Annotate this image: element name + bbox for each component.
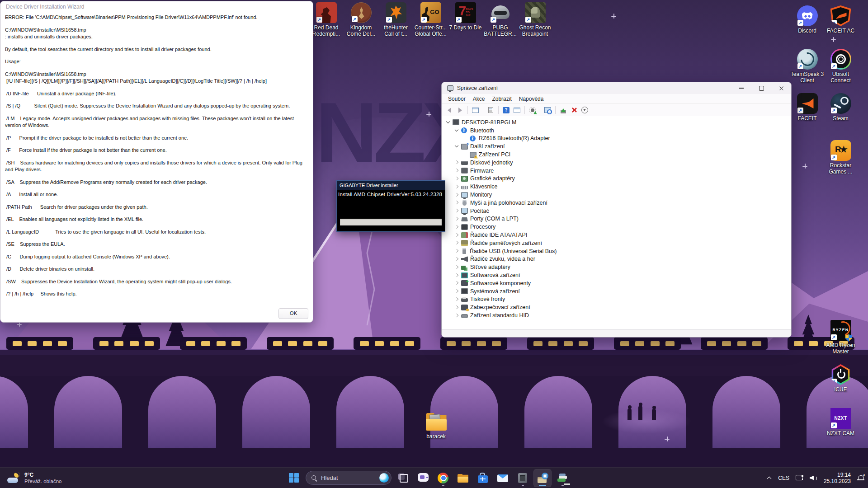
tree-chevron-icon[interactable]: [453, 183, 460, 190]
tree-item[interactable]: Tiskové fronty: [442, 296, 791, 304]
ok-button[interactable]: OK: [278, 308, 308, 319]
tree-chevron-icon[interactable]: [453, 207, 460, 215]
tree-chevron-icon[interactable]: [453, 248, 460, 255]
desktop-icon-faceit-ac[interactable]: FACEIT AC: [824, 5, 858, 34]
tree-chevron-icon[interactable]: [453, 143, 460, 150]
desktop-icon-baracek-folder[interactable]: baracek: [419, 411, 453, 440]
tree-chevron-icon[interactable]: [453, 159, 460, 166]
menu-item[interactable]: Soubor: [444, 96, 469, 102]
desktop-icon-discord[interactable]: Discord: [790, 5, 824, 34]
tree-item[interactable]: Síťové adaptéry: [442, 263, 791, 271]
tree-chevron-icon[interactable]: [453, 296, 460, 303]
forward-button[interactable]: [455, 105, 465, 115]
clock[interactable]: 19:14 25.10.2023: [824, 472, 851, 484]
console-tree-button[interactable]: [471, 105, 480, 115]
input-language-indicator[interactable]: CES: [778, 475, 789, 481]
taskbar-chat-button[interactable]: [414, 469, 432, 487]
desktop-icon-steam[interactable]: Steam: [824, 93, 858, 122]
update-driver-button[interactable]: [558, 105, 568, 115]
tree-chevron-icon[interactable]: [453, 127, 460, 134]
desktop-icon-counter-strike[interactable]: Counter-Str...Global Offe...: [413, 2, 448, 37]
tree-chevron-icon[interactable]: [453, 288, 460, 295]
scan-hardware-changes-button[interactable]: [528, 105, 537, 115]
weather-widget[interactable]: 9°C Převáž. oblačno: [5, 468, 64, 488]
help-button[interactable]: ?: [501, 105, 511, 115]
back-button[interactable]: [444, 105, 454, 115]
taskbar-mail-button[interactable]: [494, 469, 512, 487]
taskbar-hardware-button[interactable]: [553, 469, 571, 487]
tree-item[interactable]: Zařízení standardu HID: [442, 311, 791, 319]
device-manager-title-bar[interactable]: Správce zařízení: [442, 82, 791, 94]
tree-chevron-icon[interactable]: [453, 199, 460, 206]
tree-chevron-icon[interactable]: [453, 304, 460, 311]
desktop-icon-icue[interactable]: iCUE: [824, 364, 858, 393]
desktop-icon-amd-ryzen-master[interactable]: AMD RyzenMaster: [824, 320, 858, 355]
desktop-icon-teamspeak-3[interactable]: TeamSpeak 3Client: [790, 49, 824, 84]
tree-chevron-icon[interactable]: [453, 215, 460, 222]
disable-device-button[interactable]: [580, 105, 590, 115]
desktop-icon-ghost-recon[interactable]: Ghost ReconBreakpoint: [518, 2, 552, 37]
taskbar-device-button[interactable]: [514, 469, 532, 487]
taskbar-chrome-button[interactable]: [434, 469, 452, 487]
menu-item[interactable]: Nápověda: [515, 96, 547, 102]
tree-item[interactable]: Další zařízení: [442, 142, 791, 150]
tree-item[interactable]: Systémová zařízení: [442, 287, 791, 296]
tree-item[interactable]: Softwarová zařízení: [442, 271, 791, 279]
properties-button[interactable]: [486, 105, 495, 115]
tree-item[interactable]: Řadiče paměťových zařízení: [442, 239, 791, 247]
tree-item[interactable]: Porty (COM a LPT): [442, 215, 791, 223]
tree-chevron-icon[interactable]: [453, 272, 460, 279]
tree-chevron-icon[interactable]: [453, 263, 460, 271]
menu-item[interactable]: Akce: [469, 96, 489, 102]
tree-item[interactable]: Řadiče USB (Universal Serial Bus): [442, 247, 791, 255]
taskbar-store-button[interactable]: [474, 469, 492, 487]
maximize-button[interactable]: [751, 82, 771, 94]
action-pane-button[interactable]: [512, 105, 522, 115]
tree-item[interactable]: Grafické adaptéry: [442, 175, 791, 183]
tree-item[interactable]: RZ616 Bluetooth(R) Adapter: [442, 135, 791, 143]
tree-item[interactable]: Řadiče IDE ATA/ATAPI: [442, 231, 791, 239]
tree-chevron-icon[interactable]: [444, 119, 452, 126]
tree-item[interactable]: Monitory: [442, 191, 791, 199]
tree-chevron-icon[interactable]: [453, 167, 460, 174]
tree-chevron-icon[interactable]: [453, 239, 460, 247]
desktop-icon-kingdom-come[interactable]: KingdomCome Del...: [344, 2, 378, 37]
search-devices-button[interactable]: [543, 105, 552, 115]
tree-item[interactable]: Klávesnice: [442, 183, 791, 191]
tree-item[interactable]: Zabezpečovací zařízení: [442, 303, 791, 311]
tree-item[interactable]: Počítač: [442, 207, 791, 215]
desktop-icon-rockstar-games[interactable]: RockstarGames ...: [824, 140, 858, 175]
volume-icon[interactable]: [810, 475, 817, 481]
tree-item[interactable]: Zařízení PCI: [442, 150, 791, 159]
tree-chevron-icon[interactable]: [453, 255, 460, 263]
gigabyte-title-bar[interactable]: GIGABYTE Driver installer: [337, 181, 445, 190]
desktop-icon-thehunter[interactable]: theHunterCall of t...: [378, 2, 413, 37]
network-icon[interactable]: [796, 475, 803, 481]
tree-chevron-icon[interactable]: [453, 280, 460, 287]
desktop-icon-faceit[interactable]: FACEIT: [790, 93, 824, 122]
tree-item[interactable]: Procesory: [442, 223, 791, 231]
dialog-title-bar[interactable]: Device Driver Installation Wizard: [0, 1, 313, 12]
tree-chevron-icon[interactable]: [453, 231, 460, 239]
tree-item[interactable]: Firmware: [442, 167, 791, 175]
tree-chevron-icon[interactable]: [453, 191, 460, 198]
notification-bell-icon[interactable]: z: [857, 474, 864, 481]
taskbar-explorer-button[interactable]: [454, 469, 472, 487]
menu-item[interactable]: Zobrazit: [488, 96, 515, 102]
taskbar-driver-install-button[interactable]: [533, 469, 552, 487]
tree-item[interactable]: DESKTOP-81BPGLM: [442, 118, 791, 127]
start-button[interactable]: [285, 469, 303, 487]
tray-overflow-chevron-icon[interactable]: [767, 476, 772, 480]
desktop-icon-red-dead-redemption[interactable]: Red DeadRedempti...: [309, 2, 344, 37]
search-box[interactable]: Hledat: [306, 471, 392, 485]
uninstall-device-button[interactable]: [569, 105, 579, 115]
tree-item[interactable]: Bluetooth: [442, 127, 791, 135]
minimize-button[interactable]: [731, 82, 751, 94]
tree-item[interactable]: Softwarové komponenty: [442, 279, 791, 287]
tree-chevron-icon[interactable]: [453, 312, 460, 319]
tree-chevron-icon[interactable]: [453, 175, 460, 182]
tree-item[interactable]: Diskové jednotky: [442, 159, 791, 167]
desktop-icon-pubg-battlegrounds[interactable]: PUBGBATTLEGR...: [483, 2, 518, 37]
desktop-icon-7-days-to-die[interactable]: 7 Days to Die: [448, 2, 483, 31]
taskbar-task-view-button[interactable]: [394, 469, 412, 487]
